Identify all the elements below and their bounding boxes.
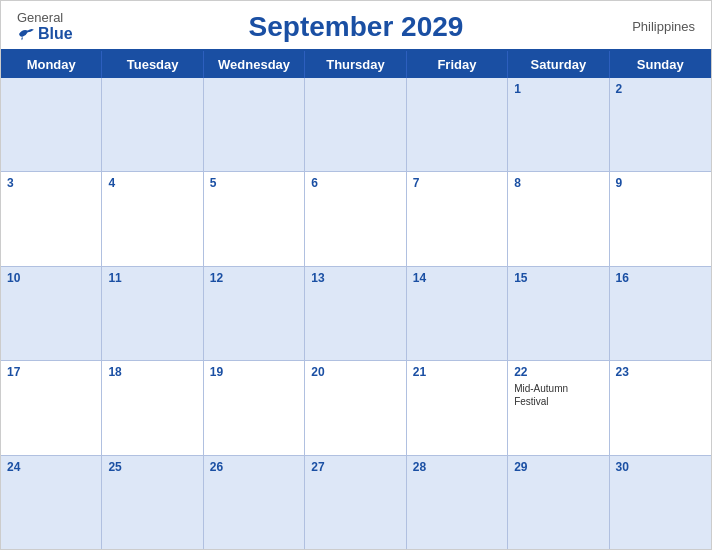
day-number: 30 [616, 460, 629, 474]
day-cell: 24 [1, 456, 102, 549]
calendar: General Blue September 2029 Philippines … [0, 0, 712, 550]
logo: General Blue [17, 11, 73, 43]
day-number: 9 [616, 176, 623, 190]
logo-general: General [17, 11, 63, 25]
day-number: 15 [514, 271, 527, 285]
day-cell: 22Mid-Autumn Festival [508, 361, 609, 454]
day-number: 20 [311, 365, 324, 379]
day-headers-row: MondayTuesdayWednesdayThursdayFridaySatu… [1, 51, 711, 78]
day-number: 21 [413, 365, 426, 379]
day-cell: 30 [610, 456, 711, 549]
day-number: 16 [616, 271, 629, 285]
day-number: 18 [108, 365, 121, 379]
day-cell: 1 [508, 78, 609, 171]
day-number: 10 [7, 271, 20, 285]
day-number: 25 [108, 460, 121, 474]
day-cell: 9 [610, 172, 711, 265]
day-cell: 7 [407, 172, 508, 265]
day-cell: 6 [305, 172, 406, 265]
week-row-1: 12 [1, 78, 711, 172]
day-cell: 5 [204, 172, 305, 265]
day-cell: 17 [1, 361, 102, 454]
day-cell: 26 [204, 456, 305, 549]
day-cell: 20 [305, 361, 406, 454]
weeks-container: 12345678910111213141516171819202122Mid-A… [1, 78, 711, 549]
day-cell: 4 [102, 172, 203, 265]
day-number: 28 [413, 460, 426, 474]
day-header-wednesday: Wednesday [204, 51, 305, 78]
day-number: 22 [514, 365, 527, 379]
day-cell: 15 [508, 267, 609, 360]
day-number: 23 [616, 365, 629, 379]
logo-bird-icon [17, 27, 35, 41]
day-number: 14 [413, 271, 426, 285]
week-row-5: 24252627282930 [1, 456, 711, 549]
day-cell: 14 [407, 267, 508, 360]
day-number: 11 [108, 271, 121, 285]
day-number: 27 [311, 460, 324, 474]
day-cell: 11 [102, 267, 203, 360]
day-cell: 10 [1, 267, 102, 360]
logo-blue: Blue [17, 25, 73, 43]
day-header-friday: Friday [407, 51, 508, 78]
day-cell: 3 [1, 172, 102, 265]
calendar-table: MondayTuesdayWednesdayThursdayFridaySatu… [1, 49, 711, 549]
day-cell: 29 [508, 456, 609, 549]
day-number: 12 [210, 271, 223, 285]
day-number: 13 [311, 271, 324, 285]
day-cell [102, 78, 203, 171]
day-header-thursday: Thursday [305, 51, 406, 78]
day-cell: 16 [610, 267, 711, 360]
day-number: 26 [210, 460, 223, 474]
day-cell: 18 [102, 361, 203, 454]
day-cell [407, 78, 508, 171]
country-label: Philippines [632, 19, 695, 34]
day-event: Mid-Autumn Festival [514, 382, 602, 408]
day-number: 3 [7, 176, 14, 190]
day-cell: 2 [610, 78, 711, 171]
day-cell: 23 [610, 361, 711, 454]
day-header-tuesday: Tuesday [102, 51, 203, 78]
week-row-2: 3456789 [1, 172, 711, 266]
calendar-header: General Blue September 2029 Philippines [1, 1, 711, 49]
day-cell: 28 [407, 456, 508, 549]
day-cell: 19 [204, 361, 305, 454]
week-row-4: 171819202122Mid-Autumn Festival23 [1, 361, 711, 455]
day-number: 29 [514, 460, 527, 474]
day-cell [1, 78, 102, 171]
day-number: 6 [311, 176, 318, 190]
day-cell: 8 [508, 172, 609, 265]
day-cell [204, 78, 305, 171]
day-cell [305, 78, 406, 171]
day-number: 7 [413, 176, 420, 190]
day-header-monday: Monday [1, 51, 102, 78]
day-number: 5 [210, 176, 217, 190]
day-cell: 25 [102, 456, 203, 549]
day-header-sunday: Sunday [610, 51, 711, 78]
day-number: 19 [210, 365, 223, 379]
day-cell: 13 [305, 267, 406, 360]
day-cell: 21 [407, 361, 508, 454]
day-number: 2 [616, 82, 623, 96]
day-cell: 27 [305, 456, 406, 549]
day-cell: 12 [204, 267, 305, 360]
calendar-title: September 2029 [249, 11, 464, 43]
day-number: 24 [7, 460, 20, 474]
day-number: 8 [514, 176, 521, 190]
day-number: 1 [514, 82, 521, 96]
day-number: 4 [108, 176, 115, 190]
day-header-saturday: Saturday [508, 51, 609, 78]
day-number: 17 [7, 365, 20, 379]
week-row-3: 10111213141516 [1, 267, 711, 361]
